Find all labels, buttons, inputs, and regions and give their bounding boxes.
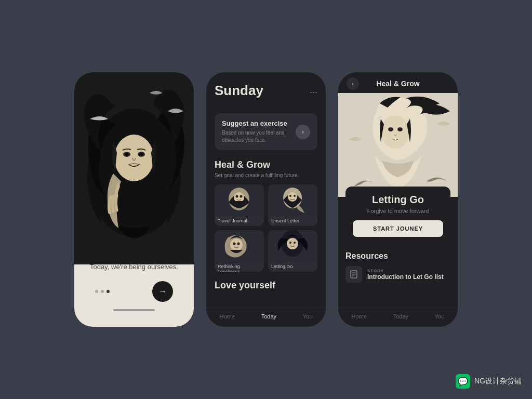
svg-point-10: [236, 195, 238, 198]
screen3-header: ‹ Heal & Grow: [338, 72, 458, 93]
resource-name: Introduction to Let Go list: [367, 273, 444, 281]
card-travel-journal[interactable]: Travel Journal: [215, 184, 264, 226]
svg-point-25: [294, 242, 296, 244]
tab-you-2[interactable]: You: [303, 313, 313, 320]
dot-1: [95, 290, 98, 293]
svg-point-23: [287, 238, 298, 249]
suggest-card[interactable]: Suggest an exercise Based on how you fee…: [215, 113, 317, 150]
suggest-desc: Based on how you feel and obstacles you …: [222, 129, 291, 144]
screen1-nav: →: [90, 281, 178, 302]
screens-container: Be You Today, we're being ourselves. → S…: [59, 51, 473, 348]
tab-you-3[interactable]: You: [435, 313, 445, 320]
be-you-subtitle: Today, we're being ourselves.: [90, 263, 178, 271]
screen2-content: Sunday ··· Suggest an exercise Based on …: [206, 72, 326, 308]
watermark-text: NG设计杂货铺: [474, 377, 522, 386]
svg-point-24: [289, 242, 291, 244]
card-rethinking[interactable]: Rethinking Loneliness: [215, 230, 264, 272]
tab-home-2[interactable]: Home: [219, 313, 234, 320]
resource-item[interactable]: STORY Introduction to Let Go list: [345, 266, 450, 283]
svg-point-19: [233, 243, 236, 245]
card-letting-go[interactable]: Letting Go: [268, 230, 317, 272]
resources-title: Resources: [345, 251, 450, 261]
dot-3: [107, 290, 110, 293]
svg-point-6: [139, 153, 143, 156]
card-3-image: [215, 230, 264, 262]
next-button[interactable]: →: [152, 281, 173, 302]
svg-point-15: [289, 195, 291, 197]
tab-home-3[interactable]: Home: [351, 313, 366, 320]
pagination-dots: [95, 290, 110, 293]
exercise-grid: Travel Journal: [215, 184, 317, 272]
svg-point-28: [388, 127, 393, 131]
screen1-bottom: Be You Today, we're being ourselves. →: [79, 229, 189, 302]
resource-icon: [345, 266, 362, 283]
resources-section: Resources STORY Introduction to Let Go l…: [338, 244, 458, 283]
card-3-label: Rethinking Loneliness: [215, 262, 264, 272]
svg-point-16: [294, 195, 296, 197]
screen3-title: Heal & Grow: [376, 79, 419, 88]
dot-2: [101, 290, 104, 293]
phone-screen-3: ‹ Heal & Grow: [338, 72, 458, 327]
more-dots[interactable]: ···: [310, 87, 317, 98]
card-4-label: Letting Go: [268, 262, 317, 271]
be-you-title: Be You: [107, 240, 161, 259]
heal-grow-title: Heal & Grow: [215, 159, 317, 170]
svg-point-29: [397, 127, 403, 131]
tab-bar-3: Home Today You: [338, 308, 458, 327]
letting-go-title: Letting Go: [353, 194, 443, 206]
screen3-hero: [338, 93, 458, 197]
card-4-image: [268, 230, 317, 262]
letting-go-subtitle: Forgive to move forward: [353, 208, 443, 214]
resource-text: STORY Introduction to Let Go list: [367, 269, 444, 281]
letting-go-card: Letting Go Forgive to move forward START…: [345, 187, 450, 244]
tab-bar-2: Home Today You: [206, 308, 326, 327]
phone-screen-2: Sunday ··· Suggest an exercise Based on …: [206, 72, 326, 327]
suggest-text: Suggest an exercise Based on how you fee…: [222, 119, 291, 144]
card-unsent-letter[interactable]: Unsent Letter: [268, 184, 317, 226]
back-button[interactable]: ‹: [347, 77, 359, 90]
card-1-image: [215, 184, 264, 217]
svg-point-20: [237, 243, 240, 245]
tab-today-3[interactable]: Today: [393, 313, 408, 320]
resource-tag: STORY: [367, 269, 444, 273]
svg-point-5: [125, 153, 129, 156]
svg-point-18: [230, 238, 243, 251]
watermark: 💬 NG设计杂货铺: [456, 374, 522, 389]
suggest-arrow[interactable]: ›: [296, 125, 310, 139]
heal-grow-subtitle: Set goal and create a fulfilling future.: [215, 172, 317, 178]
svg-point-2: [114, 135, 154, 181]
svg-point-27: [381, 115, 410, 149]
svg-point-14: [288, 192, 297, 202]
phone-screen-1: Be You Today, we're being ourselves. →: [74, 72, 194, 327]
wechat-icon: 💬: [456, 374, 470, 389]
home-indicator-1: [113, 309, 155, 311]
start-journey-button[interactable]: START JOUNEY: [353, 220, 443, 237]
suggest-title: Suggest an exercise: [222, 119, 291, 127]
svg-point-11: [240, 195, 243, 198]
love-yourself-title: Love yourself: [215, 280, 317, 291]
tab-today-2[interactable]: Today: [261, 313, 276, 320]
card-2-label: Unsent Letter: [268, 217, 317, 225]
card-1-label: Travel Journal: [215, 217, 264, 225]
day-label: Sunday: [215, 83, 263, 99]
card-2-image: [268, 184, 317, 217]
